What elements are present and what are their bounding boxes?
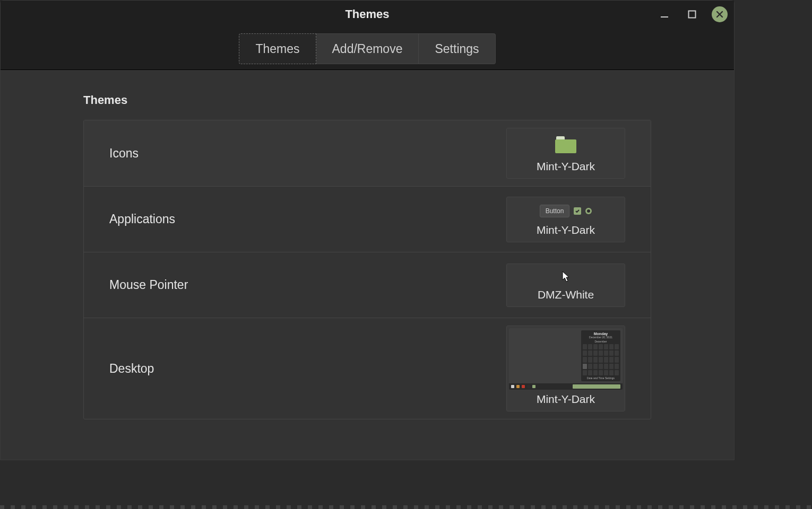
value-desktop: Mint-Y-Dark — [537, 393, 595, 406]
tab-label: Settings — [435, 42, 479, 56]
tb-icon — [527, 385, 530, 388]
section-title: Themes — [83, 93, 651, 107]
label-applications: Applications — [109, 212, 175, 226]
window-controls — [656, 6, 728, 22]
titlebar: Themes — [1, 1, 734, 28]
row-desktop: Desktop Monday December 20, 2021 Decembe… — [84, 318, 651, 419]
preview-icons — [510, 133, 621, 157]
selector-mouse-pointer[interactable]: DMZ-White — [506, 264, 625, 307]
value-mouse-pointer: DMZ-White — [538, 288, 594, 301]
folder-icon — [555, 136, 576, 153]
selector-desktop[interactable]: Monday December 20, 2021 December Date a… — [506, 326, 625, 411]
value-applications: Mint-Y-Dark — [537, 224, 595, 236]
maximize-button[interactable] — [684, 6, 700, 22]
cursor-icon — [561, 270, 571, 283]
svg-rect-1 — [689, 11, 696, 18]
themes-window: Themes Themes — [0, 0, 735, 460]
tb-icon — [532, 385, 535, 388]
tab-group: Themes Add/Remove Settings — [239, 33, 495, 64]
close-button[interactable] — [712, 6, 728, 22]
calendar-widget: Monday December 20, 2021 December Date a… — [581, 330, 620, 381]
tab-label: Themes — [255, 42, 299, 56]
calendar-month: December — [583, 340, 619, 343]
radio-icon — [585, 208, 592, 214]
preview-applications: Button — [510, 201, 621, 221]
tab-add-remove[interactable]: Add/Remove — [316, 33, 419, 64]
label-mouse-pointer: Mouse Pointer — [109, 278, 188, 292]
row-icons: Icons Mint-Y-Dark — [84, 120, 651, 187]
row-applications: Applications Button Mint-Y-Dark — [84, 187, 651, 252]
maximize-icon — [688, 10, 696, 19]
app-preview-widgets: Button — [540, 205, 592, 217]
calendar-grid — [583, 344, 619, 375]
content-area: Themes Icons Mint-Y-Dark Application — [1, 70, 734, 460]
tb-icon — [516, 385, 520, 388]
mini-button: Button — [540, 205, 570, 217]
selector-icons[interactable]: Mint-Y-Dark — [506, 128, 625, 179]
row-mouse-pointer: Mouse Pointer DMZ-White — [84, 252, 651, 318]
tab-settings[interactable]: Settings — [419, 33, 495, 64]
label-icons: Icons — [109, 146, 139, 161]
preview-desktop: Monday December 20, 2021 December Date a… — [509, 328, 623, 390]
tb-clock — [573, 384, 620, 389]
tb-icon — [511, 385, 514, 388]
tabbar: Themes Add/Remove Settings — [1, 28, 734, 70]
window-title: Themes — [345, 7, 389, 21]
tab-themes[interactable]: Themes — [239, 33, 316, 64]
calendar-day: Monday — [583, 332, 619, 336]
page-bottom-strip — [0, 505, 812, 509]
calendar-footer: Date and Time Settings — [583, 376, 619, 380]
svg-rect-0 — [661, 16, 668, 17]
label-desktop: Desktop — [109, 362, 154, 376]
preview-mouse-pointer — [510, 268, 621, 285]
taskbar-preview — [509, 383, 623, 390]
calendar-date: December 20, 2021 — [583, 336, 619, 339]
minimize-button[interactable] — [656, 6, 672, 22]
selector-applications[interactable]: Button Mint-Y-Dark — [506, 197, 625, 242]
value-icons: Mint-Y-Dark — [537, 160, 595, 173]
close-icon — [716, 11, 723, 18]
themes-panel: Icons Mint-Y-Dark Applications — [83, 120, 651, 419]
checkbox-icon — [574, 207, 581, 215]
minimize-icon — [660, 10, 669, 19]
tb-icon — [522, 385, 525, 388]
tab-label: Add/Remove — [332, 42, 403, 56]
